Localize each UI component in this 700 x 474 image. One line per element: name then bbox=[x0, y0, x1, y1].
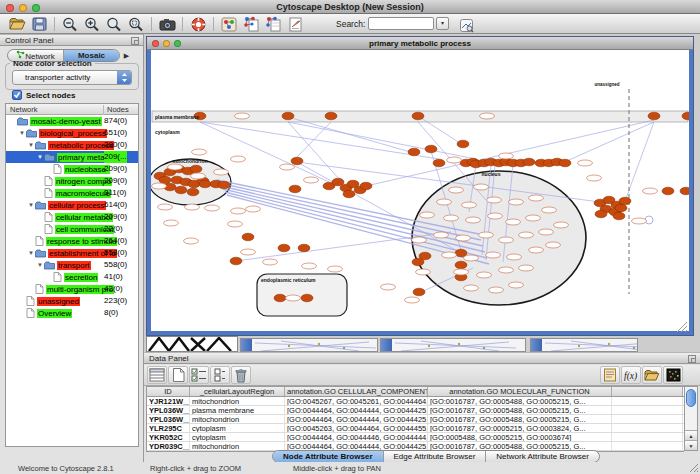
node-label[interactable] bbox=[529, 247, 544, 253]
node-label[interactable] bbox=[437, 199, 452, 205]
expander-icon[interactable]: ▼ bbox=[27, 202, 35, 208]
node-label[interactable] bbox=[412, 237, 427, 243]
search-dropdown-button[interactable]: ▾ bbox=[436, 17, 449, 30]
network-node[interactable] bbox=[282, 112, 294, 120]
node-label[interactable] bbox=[587, 175, 602, 181]
node-label[interactable] bbox=[509, 199, 524, 205]
node-label[interactable] bbox=[192, 149, 207, 155]
minimize-button[interactable] bbox=[19, 4, 27, 12]
node-label[interactable] bbox=[489, 287, 504, 293]
float-panel-icon[interactable] bbox=[131, 37, 139, 45]
network-node[interactable] bbox=[413, 288, 425, 296]
tree-row[interactable]: cell communicat22(0) bbox=[6, 223, 138, 235]
network-node[interactable] bbox=[230, 257, 242, 265]
node-label[interactable] bbox=[184, 238, 199, 244]
table-row[interactable]: YKR052Ccytoplasm[GO:0044464, GO:0044446,… bbox=[147, 433, 684, 442]
node-label[interactable] bbox=[286, 295, 301, 301]
node-label[interactable] bbox=[479, 232, 494, 238]
network-node[interactable] bbox=[190, 165, 202, 173]
node-label[interactable] bbox=[381, 284, 396, 290]
node-label[interactable] bbox=[191, 173, 206, 179]
network-node[interactable] bbox=[595, 210, 607, 218]
network-close-button[interactable] bbox=[152, 40, 159, 47]
network-node[interactable] bbox=[332, 178, 344, 186]
node-label[interactable] bbox=[488, 213, 503, 219]
node-label[interactable] bbox=[328, 266, 343, 272]
node-label[interactable] bbox=[231, 208, 246, 214]
node-label[interactable] bbox=[499, 267, 514, 273]
scroll-up-button[interactable]: ▲ bbox=[685, 430, 697, 440]
expander-icon[interactable]: ▼ bbox=[27, 142, 35, 148]
tree-row[interactable]: ▼transport558(0) bbox=[6, 259, 138, 271]
tab-edge-attribute-browser[interactable]: Edge Attribute Browser bbox=[383, 451, 486, 462]
node-label[interactable] bbox=[539, 229, 554, 235]
network-node[interactable] bbox=[218, 181, 230, 189]
node-label[interactable] bbox=[643, 188, 658, 194]
node-label[interactable] bbox=[164, 220, 179, 226]
annotation-icon[interactable] bbox=[284, 15, 306, 33]
node-label[interactable] bbox=[228, 221, 243, 227]
zoom-in-icon[interactable] bbox=[81, 15, 103, 33]
node-label[interactable] bbox=[158, 204, 173, 210]
table-scrollbar[interactable]: ▲ ▼ bbox=[684, 386, 698, 451]
open-icon[interactable] bbox=[6, 15, 28, 33]
node-label[interactable] bbox=[632, 218, 647, 224]
column-layout-icon[interactable] bbox=[147, 366, 167, 384]
network-minimize-button[interactable] bbox=[163, 40, 170, 47]
node-label[interactable] bbox=[477, 272, 492, 278]
canvas-resize-grip[interactable] bbox=[677, 322, 687, 332]
node-label[interactable] bbox=[302, 263, 317, 269]
network-node[interactable] bbox=[242, 233, 254, 241]
tree-row[interactable]: nitrogen compo209(0) bbox=[6, 175, 138, 187]
search-input[interactable] bbox=[368, 17, 434, 30]
node-label[interactable] bbox=[529, 195, 544, 201]
node-label[interactable] bbox=[499, 237, 514, 243]
zoom-selected-icon[interactable] bbox=[125, 15, 147, 33]
import-attributes-icon[interactable] bbox=[642, 366, 662, 384]
help-icon[interactable] bbox=[187, 15, 209, 33]
node-label[interactable] bbox=[456, 235, 471, 241]
search-options-icon[interactable] bbox=[455, 16, 477, 34]
tree-row[interactable]: macromolecule311(0) bbox=[6, 187, 138, 199]
network-maximize-button[interactable] bbox=[174, 40, 181, 47]
table-column-header[interactable]: annotation.GO CELLULAR_COMPONENT bbox=[285, 387, 428, 396]
tab-network-attribute-browser[interactable]: Network Attribute Browser bbox=[485, 451, 598, 462]
tree-row[interactable]: response to stimulu264(0) bbox=[6, 235, 138, 247]
tree-header[interactable]: Network Nodes bbox=[6, 104, 138, 115]
node-label[interactable] bbox=[442, 252, 457, 258]
expander-icon[interactable]: ▼ bbox=[27, 250, 35, 256]
node-label[interactable] bbox=[168, 164, 183, 170]
node-label[interactable] bbox=[152, 183, 167, 189]
node-label[interactable] bbox=[304, 177, 319, 183]
node-label[interactable] bbox=[487, 197, 502, 203]
table-column-header[interactable]: _cellularLayoutRegion bbox=[190, 387, 285, 396]
network-node[interactable] bbox=[289, 185, 301, 193]
node-color-select[interactable]: transporter activity bbox=[12, 70, 132, 85]
network-node[interactable] bbox=[199, 180, 211, 188]
network-node[interactable] bbox=[662, 187, 674, 195]
network-node[interactable] bbox=[360, 182, 372, 190]
snapshot-icon[interactable] bbox=[156, 15, 178, 33]
tree-row[interactable]: multi-organism pro42(0) bbox=[6, 283, 138, 295]
network-node[interactable] bbox=[613, 212, 625, 220]
node-label[interactable] bbox=[546, 242, 561, 248]
node-label[interactable] bbox=[499, 153, 514, 159]
node-label[interactable] bbox=[578, 160, 593, 166]
function-builder-icon[interactable]: f(x) bbox=[621, 366, 641, 384]
tree-row[interactable]: cellular metabol209(0) bbox=[6, 211, 138, 223]
close-button[interactable] bbox=[6, 4, 14, 12]
network-node[interactable] bbox=[412, 112, 424, 120]
tree-row[interactable]: ▼primary metabo209(... bbox=[6, 151, 138, 163]
node-label[interactable] bbox=[509, 282, 524, 288]
network-node[interactable] bbox=[159, 176, 171, 184]
node-label[interactable] bbox=[235, 113, 250, 119]
table-column-header[interactable]: ID bbox=[147, 387, 190, 396]
node-label[interactable] bbox=[241, 249, 256, 255]
network-node[interactable] bbox=[187, 188, 199, 196]
network-node[interactable] bbox=[412, 258, 424, 266]
network-node[interactable] bbox=[408, 148, 420, 156]
unselect-attributes-icon[interactable] bbox=[210, 366, 230, 384]
node-label[interactable] bbox=[462, 202, 477, 208]
node-label[interactable] bbox=[447, 157, 462, 163]
zoom-out-icon[interactable] bbox=[59, 15, 81, 33]
